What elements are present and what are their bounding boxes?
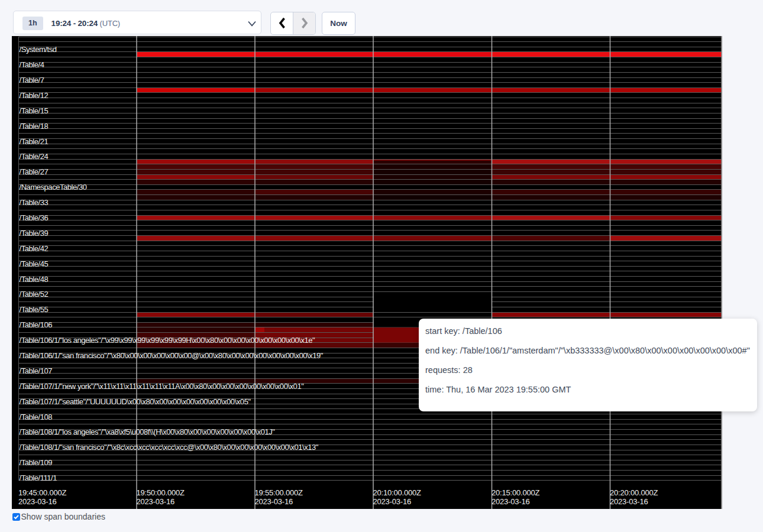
- svg-text:/Table/33: /Table/33: [20, 198, 49, 207]
- svg-text:/Table/108/1/"los angeles"/"\x: /Table/108/1/"los angeles"/"\xa8\xf5\u00…: [20, 427, 276, 436]
- svg-text:/Table/27: /Table/27: [20, 167, 49, 176]
- svg-text:/Table/15: /Table/15: [20, 106, 49, 115]
- svg-text:/Table/18: /Table/18: [20, 122, 49, 131]
- svg-text:/Table/106/1/"los angeles"/"\x: /Table/106/1/"los angeles"/"\x99\x99\x99…: [20, 336, 316, 345]
- svg-text:/Table/109: /Table/109: [20, 458, 53, 467]
- svg-text:/Table/107: /Table/107: [20, 366, 53, 375]
- svg-text:/Table/55: /Table/55: [20, 305, 49, 314]
- svg-text:/Table/21: /Table/21: [20, 137, 49, 146]
- svg-text:/NamespaceTable/30: /NamespaceTable/30: [20, 183, 87, 192]
- svg-text:2023-03-16: 2023-03-16: [255, 497, 293, 506]
- svg-text:/Table/107/1/"seattle"/"UUUUUU: /Table/107/1/"seattle"/"UUUUUUD\x00\x80\…: [20, 397, 251, 406]
- svg-text:19:55:00.000Z: 19:55:00.000Z: [255, 488, 303, 497]
- svg-text:20:15:00.000Z: 20:15:00.000Z: [492, 488, 540, 497]
- svg-text:2023-03-16: 2023-03-16: [492, 497, 530, 506]
- svg-text:/Table/42: /Table/42: [20, 244, 49, 253]
- svg-text:/Table/106/1/"san francisco"/": /Table/106/1/"san francisco"/"\x80\x00\x…: [20, 351, 324, 360]
- svg-text:2023-03-16: 2023-03-16: [137, 497, 175, 506]
- svg-text:2023-03-16: 2023-03-16: [373, 497, 412, 506]
- svg-text:19:50:00.000Z: 19:50:00.000Z: [137, 488, 185, 497]
- svg-text:2023-03-16: 2023-03-16: [18, 497, 57, 506]
- svg-text:/Table/7: /Table/7: [20, 76, 44, 85]
- svg-text:/Table/48: /Table/48: [20, 275, 49, 284]
- svg-text:20:10:00.000Z: 20:10:00.000Z: [373, 488, 422, 497]
- svg-text:/Table/111/1: /Table/111/1: [20, 473, 57, 482]
- svg-text:/Table/108: /Table/108: [20, 413, 53, 421]
- svg-text:/Table/108/1/"san francisco"/": /Table/108/1/"san francisco"/"\x8c\xcc\x…: [20, 443, 319, 452]
- svg-text:/Table/24: /Table/24: [20, 152, 49, 161]
- svg-text:/Table/52: /Table/52: [20, 290, 49, 299]
- svg-text:2023-03-16: 2023-03-16: [610, 497, 648, 506]
- svg-text:20:20:00.000Z: 20:20:00.000Z: [610, 488, 658, 497]
- svg-text:/Table/39: /Table/39: [20, 229, 49, 238]
- svg-text:/System/tsd: /System/tsd: [20, 45, 57, 54]
- svg-text:19:45:00.000Z: 19:45:00.000Z: [18, 488, 67, 497]
- svg-text:/Table/12: /Table/12: [20, 91, 49, 100]
- svg-text:/Table/4: /Table/4: [20, 60, 44, 69]
- svg-text:/Table/36: /Table/36: [20, 213, 49, 222]
- svg-text:/Table/107/1/"new york"/"\x11\: /Table/107/1/"new york"/"\x11\x11\x11\x1…: [20, 382, 305, 391]
- svg-text:/Table/106: /Table/106: [20, 320, 53, 329]
- svg-text:/Table/45: /Table/45: [20, 259, 49, 268]
